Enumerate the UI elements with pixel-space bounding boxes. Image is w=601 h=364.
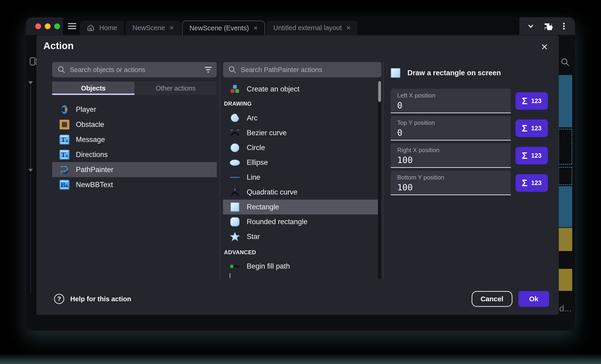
parameter-row: Right X position 100 Σ 123 <box>391 143 553 168</box>
action-item-rounded-rectangle[interactable]: Rounded rectangle <box>223 214 381 229</box>
expression-editor-button[interactable]: Σ 123 <box>515 119 548 137</box>
expression-123-label: 123 <box>531 125 541 132</box>
clipped-action-icon <box>230 273 230 278</box>
tab-home[interactable]: Home <box>80 21 124 35</box>
field-value[interactable]: 0 <box>397 128 511 138</box>
expression-editor-button[interactable]: Σ 123 <box>515 174 548 192</box>
action-item-bezier-curve[interactable]: Bezier curve <box>223 125 381 140</box>
action-label: Bezier curve <box>247 129 287 137</box>
action-label: Line <box>247 173 260 182</box>
titlebar: Home NewScene × NewScene (Events) × Unti… <box>26 17 575 35</box>
field-label: Right X position <box>397 147 511 154</box>
object-item-obstacle[interactable]: Obstacle <box>52 117 217 132</box>
action-config-header: Draw a rectangle on screen <box>391 68 553 78</box>
help-question-icon: ? <box>54 294 64 304</box>
chevron-down-icon[interactable] <box>526 21 535 31</box>
bottom-y-position-field[interactable]: Bottom Y position 100 <box>391 171 511 195</box>
tab-label: Objects <box>81 85 106 92</box>
object-label: Player <box>76 105 96 114</box>
titlebar-actions <box>519 17 575 35</box>
field-value[interactable]: 0 <box>397 100 511 110</box>
event-block <box>558 75 572 127</box>
main-menu-icon[interactable] <box>68 22 76 30</box>
tab-label: Other actions <box>156 85 195 92</box>
action-item-partial[interactable] <box>223 274 381 278</box>
scrollbar-thumb[interactable] <box>378 81 381 102</box>
minimize-window-button[interactable] <box>45 23 50 29</box>
action-label: Rounded rectangle <box>247 218 308 226</box>
more-menu-kebab-icon[interactable] <box>559 21 569 31</box>
object-item-newbbtext[interactable]: Bb NewBBText <box>52 177 217 192</box>
ok-button[interactable]: Ok <box>519 291 549 307</box>
window-controls <box>26 17 63 35</box>
close-tab-icon[interactable]: × <box>170 24 174 31</box>
field-value[interactable]: 100 <box>397 182 511 192</box>
top-y-position-field[interactable]: Top Y position 0 <box>391 116 511 141</box>
expression-123-label: 123 <box>531 152 541 159</box>
circle-icon <box>230 142 240 153</box>
objects-search-input[interactable] <box>70 66 200 74</box>
bbtext-icon: Bb <box>59 180 70 190</box>
object-tabs: Objects Other actions <box>52 82 217 95</box>
field-label: Left X position <box>397 92 511 99</box>
actions-scrollbar[interactable] <box>378 80 381 279</box>
object-item-directions[interactable]: Tx Directions <box>52 147 217 162</box>
text-object-icon: Tx <box>59 134 70 145</box>
object-item-pathpainter[interactable]: PathPainter <box>52 162 217 177</box>
app-window: Home NewScene × NewScene (Events) × Unti… <box>26 17 575 331</box>
action-item-create-object[interactable]: Create an object <box>223 82 381 97</box>
close-dialog-icon[interactable]: ✕ <box>541 43 548 51</box>
tab-untitled-external-layout[interactable]: Untitled external layout × <box>266 21 358 35</box>
extensions-puzzle-icon[interactable] <box>542 21 552 31</box>
object-label: Message <box>76 135 105 144</box>
actions-search-input[interactable] <box>241 66 376 74</box>
action-item-begin-fill-path[interactable]: Begin fill path <box>223 259 381 274</box>
search-icon <box>228 66 237 74</box>
action-item-rectangle[interactable]: Rectangle <box>223 200 381 214</box>
actions-search <box>223 62 381 77</box>
tab-newscene[interactable]: NewScene × <box>125 21 181 35</box>
tab-label: NewScene (Events) <box>190 24 249 32</box>
action-label: Create an object <box>247 85 299 93</box>
rectangle-action-icon <box>391 68 401 78</box>
zoom-window-button[interactable] <box>54 23 60 29</box>
action-item-star[interactable]: Star <box>223 229 381 244</box>
tab-objects[interactable]: Objects <box>52 82 134 95</box>
ellipse-icon <box>230 157 240 168</box>
arc-icon <box>230 113 240 124</box>
object-label: NewBBText <box>76 181 113 189</box>
text-object-icon: Tx <box>59 149 70 160</box>
right-x-position-field[interactable]: Right X position 100 <box>391 143 511 168</box>
action-item-circle[interactable]: Circle <box>223 140 381 155</box>
close-tab-icon[interactable]: × <box>253 25 258 31</box>
action-item-line[interactable]: Line <box>223 170 381 185</box>
cancel-button[interactable]: Cancel <box>472 291 512 307</box>
tab-other-actions[interactable]: Other actions <box>134 82 217 95</box>
home-icon <box>87 24 95 32</box>
left-x-position-field[interactable]: Left X position 0 <box>391 89 511 113</box>
create-object-icon <box>230 84 240 95</box>
event-block <box>558 186 572 227</box>
close-tab-icon[interactable]: × <box>346 24 351 31</box>
tab-newscene-events[interactable]: NewScene (Events) × <box>182 21 265 35</box>
object-item-message[interactable]: Tx Message <box>52 132 217 147</box>
sigma-icon: Σ <box>522 151 527 161</box>
search-icon[interactable] <box>560 57 571 67</box>
filter-icon[interactable] <box>205 67 212 72</box>
action-item-quadratic-curve[interactable]: Quadratic curve <box>223 185 381 200</box>
field-value[interactable]: 100 <box>397 155 511 165</box>
obstacle-icon <box>59 119 70 130</box>
parameter-fields: Left X position 0 Σ 123 Top Y position 0… <box>391 89 553 195</box>
help-link[interactable]: ? Help for this action <box>54 294 131 304</box>
close-window-button[interactable] <box>35 23 41 29</box>
expression-editor-button[interactable]: Σ 123 <box>515 92 548 110</box>
event-block <box>558 269 572 291</box>
action-item-ellipse[interactable]: Ellipse <box>223 155 381 170</box>
action-item-arc[interactable]: Arc <box>223 111 381 125</box>
object-item-player[interactable]: Player <box>52 102 217 117</box>
tree-collapse-icon[interactable] <box>28 81 33 84</box>
expression-editor-button[interactable]: Σ 123 <box>515 147 548 164</box>
tree-collapse-icon[interactable] <box>28 169 33 172</box>
action-config-title: Draw a rectangle on screen <box>407 69 501 77</box>
panel-divider <box>220 62 220 279</box>
